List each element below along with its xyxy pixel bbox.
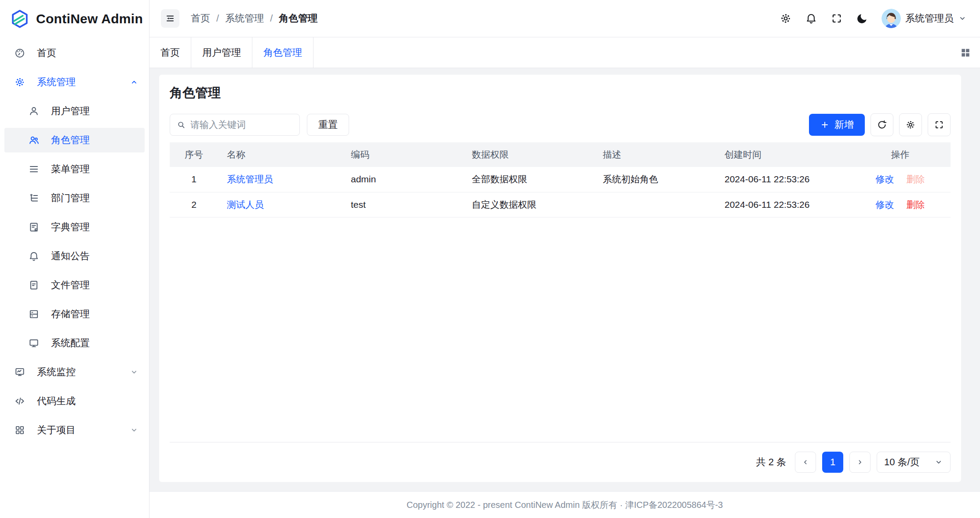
monitor-chart-icon: [14, 366, 26, 378]
tab-role-management[interactable]: 角色管理: [252, 37, 313, 68]
file-icon: [28, 279, 40, 291]
sidebar-item-storage-management[interactable]: 存储管理: [4, 302, 145, 326]
refresh-button[interactable]: [871, 113, 893, 136]
sidebar-item-label: 系统管理: [37, 76, 76, 89]
plus-icon: [820, 120, 830, 130]
page-footer: Copyright © 2022 - present ContiNew Admi…: [149, 491, 980, 518]
sidebar-item-menu-management[interactable]: 菜单管理: [4, 157, 145, 181]
sidebar-item-dict-management[interactable]: 字典管理: [4, 215, 145, 239]
app-logo-row[interactable]: ContiNew Admin: [0, 0, 149, 37]
sidebar-item-label: 系统监控: [37, 366, 76, 379]
column-header-code: 编码: [342, 142, 463, 167]
pagination-prev-button[interactable]: [795, 452, 816, 473]
modify-link[interactable]: 修改: [876, 199, 894, 210]
chevron-down-icon: [934, 458, 943, 467]
code-icon: [14, 395, 26, 407]
sidebar-item-label: 通知公告: [51, 250, 90, 263]
fullscreen-icon[interactable]: [831, 12, 843, 25]
dark-mode-moon-icon[interactable]: [856, 12, 868, 25]
cell-index: 1: [170, 167, 218, 192]
breadcrumb-separator: /: [270, 13, 273, 24]
column-header-index: 序号: [170, 142, 218, 167]
sidebar-item-system-monitor[interactable]: 系统监控: [4, 360, 145, 384]
tab-label: 角色管理: [263, 46, 302, 59]
page-size-select[interactable]: 10 条/页: [877, 452, 951, 473]
delete-link[interactable]: 删除: [907, 199, 925, 210]
sidebar-item-dept-management[interactable]: 部门管理: [4, 186, 145, 210]
app-title: ContiNew Admin: [36, 11, 143, 26]
table-empty-space: [170, 217, 951, 442]
column-settings-button[interactable]: [899, 113, 922, 136]
sidebar-item-role-management[interactable]: 角色管理: [4, 128, 145, 152]
tab-user-management[interactable]: 用户管理: [191, 37, 252, 68]
user-menu[interactable]: 系统管理员: [882, 9, 967, 28]
grid-icon: [14, 424, 26, 436]
pagination-next-button[interactable]: [849, 452, 871, 473]
add-button[interactable]: 新增: [809, 114, 865, 136]
sidebar-item-about-project[interactable]: 关于项目: [4, 418, 145, 442]
role-name-link[interactable]: 系统管理员: [227, 174, 273, 184]
page-size-value: 10 条/页: [884, 456, 920, 469]
table-row: 1 系统管理员 admin 全部数据权限 系统初始角色 2024-06-11 2…: [170, 167, 951, 192]
breadcrumb-item-current: 角色管理: [279, 12, 317, 25]
search-icon: [176, 120, 186, 130]
sidebar-item-file-management[interactable]: 文件管理: [4, 273, 145, 297]
tab-home[interactable]: 首页: [149, 37, 191, 68]
user-icon: [28, 105, 40, 117]
sidebar-item-home[interactable]: 首页: [4, 41, 145, 65]
sidebar-item-label: 系统配置: [51, 337, 90, 350]
user-group-icon: [28, 134, 40, 146]
column-header-actions: 操作: [850, 142, 951, 167]
table-row: 2 测试人员 test 自定义数据权限 2024-06-11 22:53:26 …: [170, 192, 951, 217]
reset-button[interactable]: 重置: [307, 114, 349, 136]
sidebar-collapse-button[interactable]: [161, 9, 179, 28]
sidebar-item-code-generation[interactable]: 代码生成: [4, 389, 145, 413]
tab-actions-grid-icon[interactable]: [960, 37, 980, 68]
page-content: 角色管理 重置 新增: [149, 68, 980, 491]
sidebar-item-system-management[interactable]: 系统管理: [4, 70, 145, 94]
sidebar-item-system-config[interactable]: 系统配置: [4, 331, 145, 355]
search-input[interactable]: [190, 120, 293, 130]
sidebar-item-label: 部门管理: [51, 192, 90, 205]
pagination-page-1[interactable]: 1: [822, 452, 843, 473]
chevron-down-icon: [130, 368, 138, 377]
tab-bar: 首页 用户管理 角色管理: [149, 37, 980, 68]
roles-table: 序号 名称 编码 数据权限 描述 创建时间 操作 1 系统管理员: [170, 142, 951, 442]
sidebar-item-label: 首页: [37, 47, 56, 60]
sidebar-item-label: 存储管理: [51, 308, 90, 321]
cell-code: test: [342, 192, 463, 217]
chevron-down-icon: [958, 14, 967, 23]
sidebar-item-label: 角色管理: [51, 134, 90, 147]
sidebar-item-notice[interactable]: 通知公告: [4, 244, 145, 268]
sidebar-item-label: 菜单管理: [51, 163, 90, 176]
modify-link[interactable]: 修改: [876, 174, 894, 184]
tree-icon: [28, 192, 40, 204]
breadcrumb-item-system[interactable]: 系统管理: [225, 12, 264, 25]
sidebar-item-user-management[interactable]: 用户管理: [4, 99, 145, 123]
cell-index: 2: [170, 192, 218, 217]
sidebar-item-label: 代码生成: [37, 395, 76, 408]
chevron-up-icon: [130, 78, 138, 87]
pagination-total: 共 2 条: [756, 456, 786, 469]
settings-icon[interactable]: [780, 12, 792, 25]
delete-link[interactable]: 删除: [907, 174, 925, 184]
add-button-label: 新增: [834, 118, 854, 131]
storage-icon: [28, 308, 40, 320]
cell-code: admin: [342, 167, 463, 192]
breadcrumb: 首页 / 系统管理 / 角色管理: [191, 12, 317, 25]
bell-icon: [28, 250, 40, 262]
notification-bell-icon[interactable]: [805, 12, 817, 25]
main-area: 首页 / 系统管理 / 角色管理: [149, 0, 980, 518]
breadcrumb-item-home[interactable]: 首页: [191, 12, 210, 25]
search-box[interactable]: [170, 114, 300, 136]
sidebar-item-label: 字典管理: [51, 221, 90, 234]
sidebar: ContiNew Admin 首页 系统管理: [0, 0, 149, 518]
cell-desc: [594, 192, 716, 217]
table-fullscreen-button[interactable]: [928, 113, 951, 136]
menu-lines-icon: [28, 163, 40, 175]
role-name-link[interactable]: 测试人员: [227, 199, 264, 210]
column-header-created: 创建时间: [716, 142, 850, 167]
cell-scope: 自定义数据权限: [463, 192, 594, 217]
column-header-name: 名称: [218, 142, 342, 167]
dashboard-icon: [14, 47, 26, 59]
